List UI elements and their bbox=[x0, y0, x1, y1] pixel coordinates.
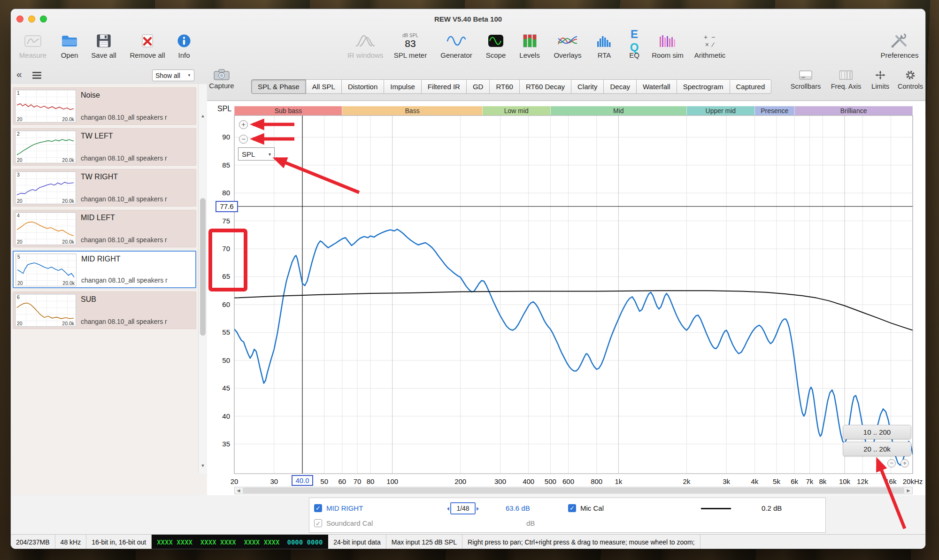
tab-gd[interactable]: GD bbox=[466, 79, 490, 94]
x-zoom-out-button[interactable]: − bbox=[887, 459, 896, 468]
graph-type-dropdown[interactable]: SPL ▾ bbox=[238, 147, 275, 161]
legend: ✓ MID RIGHT 1/48 63.6 dB ✓ Mic Cal 0.2 d… bbox=[309, 498, 826, 533]
svg-text:Sub bass: Sub bass bbox=[275, 107, 302, 115]
thumb-range-left: 20 bbox=[17, 157, 23, 163]
levels-icon bbox=[522, 31, 538, 51]
measurement-item-3[interactable]: 32020.0kTW RIGHTchangan 08.10_all speake… bbox=[13, 169, 196, 207]
svg-text:Low mid: Low mid bbox=[504, 107, 529, 115]
toolbar-label: Save all bbox=[91, 51, 116, 59]
sidebar-scrollbar[interactable]: ▲▼ bbox=[198, 84, 207, 474]
x-zoom-in-button[interactable]: + bbox=[901, 459, 909, 468]
close-button[interactable] bbox=[16, 15, 23, 23]
thumb-range-left: 20 bbox=[17, 280, 23, 286]
minimize-button[interactable] bbox=[28, 15, 35, 23]
measurement-item-4[interactable]: 42020.0kMID LEFTchangan 08.10_all speake… bbox=[13, 210, 196, 247]
menu-icon[interactable] bbox=[32, 72, 41, 79]
h-scrollbar-thumb[interactable] bbox=[243, 488, 904, 493]
tab-captured[interactable]: Captured bbox=[730, 79, 772, 94]
measurement-number: 1 bbox=[17, 90, 20, 96]
measurement-title: SUB bbox=[81, 295, 96, 304]
scroll-left-arrow[interactable]: ◀ bbox=[235, 488, 242, 493]
soundcard-cal-checkbox[interactable]: ✓ bbox=[314, 519, 322, 527]
tab-decay[interactable]: Decay bbox=[603, 79, 637, 94]
chart-h-scrollbar[interactable]: ◀ ▶ bbox=[234, 487, 913, 494]
measurement-thumbnail: 32020.0k bbox=[15, 171, 76, 204]
toolbar-spl-meter-button[interactable]: dB SPL83SPL meter bbox=[388, 31, 433, 66]
scroll-down-arrow[interactable]: ▼ bbox=[199, 463, 207, 468]
measurement-subtitle: changan 08.10_all speakers r bbox=[81, 276, 195, 284]
status-input-data: 24-bit input data bbox=[328, 535, 386, 549]
tab-filtered-ir[interactable]: Filtered IR bbox=[421, 79, 467, 94]
remove-icon bbox=[139, 31, 155, 51]
controls-button[interactable]: Controls bbox=[889, 69, 926, 90]
rew-window: REW V5.40 Beta 100 MeasureOpenSave allRe… bbox=[10, 8, 926, 549]
measurement-thumbnail: 62020.0k bbox=[15, 294, 76, 327]
svg-text:55: 55 bbox=[222, 328, 230, 336]
legend-band: ✓ MID RIGHT 1/48 63.6 dB ✓ Mic Cal 0.2 d… bbox=[11, 495, 925, 534]
show-all-dropdown[interactable]: Show all▼ bbox=[152, 69, 194, 81]
measurement-item-5[interactable]: 52020.0kMID RIGHTchangan 08.10_all speak… bbox=[13, 251, 196, 288]
tab-all-spl[interactable]: All SPL bbox=[306, 79, 342, 94]
measurement-item-1[interactable]: 12020.0kNoisechangan 08.10_all speakers … bbox=[13, 87, 196, 125]
smoothing-left-handle[interactable] bbox=[447, 507, 449, 511]
svg-text:Bass: Bass bbox=[405, 107, 420, 115]
tab-impulse[interactable]: Impulse bbox=[384, 79, 422, 94]
titlebar[interactable]: REW V5.40 Beta 100 bbox=[11, 9, 925, 29]
toolbar-arithmetic-button[interactable]: + − × ∕Arithmetic bbox=[687, 31, 732, 66]
svg-text:Upper mid: Upper mid bbox=[706, 107, 736, 115]
measurement-number: 4 bbox=[17, 213, 20, 218]
zoom-in-button[interactable]: + bbox=[239, 120, 248, 129]
tab-waterfall[interactable]: Waterfall bbox=[636, 79, 677, 94]
scroll-right-arrow[interactable]: ▶ bbox=[905, 488, 912, 493]
tab-spectrogram[interactable]: Spectrogram bbox=[677, 79, 730, 94]
spl-chart-pane[interactable]: Sub bassBassLow midMidUpper midPresenceB… bbox=[207, 101, 926, 495]
collapse-sidebar-button[interactable]: « bbox=[16, 69, 22, 80]
legend-measurement-label[interactable]: MID RIGHT bbox=[326, 504, 363, 512]
scroll-up-arrow[interactable]: ▲ bbox=[199, 114, 207, 118]
legend-measurement-value: 63.6 dB bbox=[506, 504, 530, 512]
mid-right-checkbox[interactable]: ✓ bbox=[314, 504, 322, 512]
freq-axis-icon bbox=[839, 70, 853, 80]
main-toolbar: MeasureOpenSave allRemove allInfoIR wind… bbox=[11, 29, 925, 66]
folder-icon bbox=[60, 31, 79, 51]
thumb-range-left: 20 bbox=[17, 198, 23, 204]
sidebar-scrollbar-thumb[interactable] bbox=[200, 198, 206, 336]
tab-rt60-decay[interactable]: RT60 Decay bbox=[519, 79, 571, 94]
capture-label: Capture bbox=[209, 82, 234, 90]
smoothing-right-handle[interactable] bbox=[477, 507, 479, 511]
zoom-out-button[interactable]: − bbox=[239, 135, 248, 144]
toolbar-generator-button[interactable]: Generator bbox=[434, 31, 479, 66]
toolbar-label: SPL meter bbox=[394, 51, 427, 59]
spl-chart[interactable]: Sub bassBassLow midMidUpper midPresenceB… bbox=[207, 101, 926, 495]
status-sample-rate: 48 kHz bbox=[55, 535, 87, 549]
capture-button[interactable]: Capture bbox=[202, 68, 241, 90]
maximize-button[interactable] bbox=[40, 15, 47, 23]
svg-text:200: 200 bbox=[454, 477, 466, 485]
measurement-item-6[interactable]: 62020.0kSUBchangan 08.10_all speakers r bbox=[13, 292, 196, 329]
measurement-subtitle: changan 08.10_all speakers r bbox=[81, 318, 194, 325]
svg-text:300: 300 bbox=[494, 477, 506, 485]
thumb-range-left: 20 bbox=[17, 116, 23, 122]
legend-mic-cal-label[interactable]: Mic Cal bbox=[580, 504, 604, 512]
toolbar-save-all-button[interactable]: Save all bbox=[81, 31, 126, 66]
scrollbars-button[interactable]: Scrollbars bbox=[785, 69, 827, 90]
toolbar-info-button[interactable]: Info bbox=[162, 31, 207, 66]
smoothing-control[interactable]: 1/48 bbox=[450, 502, 476, 514]
tab-distortion[interactable]: Distortion bbox=[341, 79, 384, 94]
tab-clarity[interactable]: Clarity bbox=[571, 79, 604, 94]
toolbar-label: Arithmetic bbox=[694, 51, 726, 59]
toolbar-room-sim-button[interactable]: Room sim bbox=[645, 31, 690, 66]
tab-spl-phase[interactable]: SPL & Phase bbox=[251, 79, 306, 94]
mic-cal-checkbox[interactable]: ✓ bbox=[568, 504, 576, 512]
range-20-20k-button[interactable]: 20 .. 20k bbox=[843, 442, 911, 456]
thumb-range-right: 20.0k bbox=[62, 198, 74, 204]
measurement-item-2[interactable]: 22020.0kTW LEFTchangan 08.10_all speaker… bbox=[13, 128, 196, 166]
toolbar-preferences-button[interactable]: Preferences bbox=[877, 31, 922, 66]
toolbar-ir-windows-button[interactable]: IR windows bbox=[343, 31, 388, 66]
svg-text:50: 50 bbox=[222, 356, 230, 364]
measurement-number: 2 bbox=[17, 131, 20, 137]
tab-rt60[interactable]: RT60 bbox=[489, 79, 519, 94]
desktop-background: REW V5.40 Beta 100 MeasureOpenSave allRe… bbox=[0, 0, 939, 560]
range-10-200-button[interactable]: 10 .. 200 bbox=[843, 425, 911, 439]
svg-text:Brilliance: Brilliance bbox=[840, 107, 867, 115]
